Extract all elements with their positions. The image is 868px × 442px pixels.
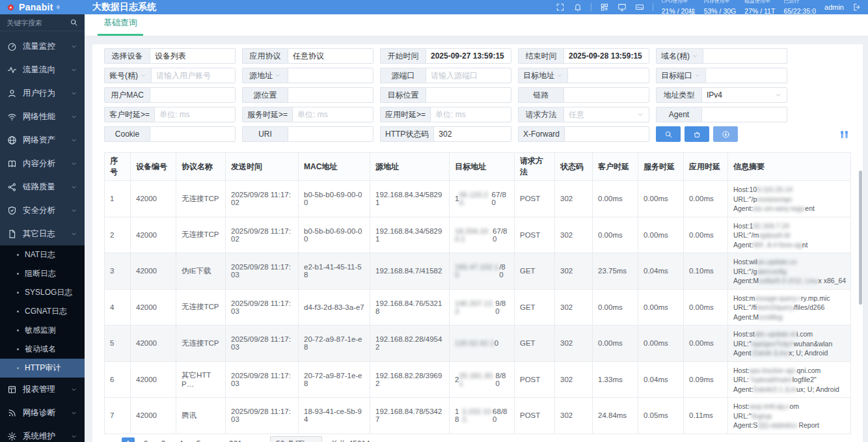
field-label-text: 服务时延>= [247,109,288,120]
cell-client_delay: 0.00ms [593,325,638,361]
field-input-request-method[interactable]: 任意 [563,107,649,122]
field-input-src-location[interactable] [288,87,373,103]
stat-disk: 磁盘使用率27% / 11T [744,0,775,14]
sidebar-item-traffic-flow[interactable]: 流量流向 [0,58,85,81]
fullscreen-button[interactable] [556,3,565,12]
sidebar-subitem-block-log[interactable]: 阻断日志 [0,264,85,283]
field-input-http-status[interactable]: 302 [433,126,511,142]
user-name[interactable]: admin [824,3,844,11]
field-input-src-port[interactable]: 请输入源端口 [426,68,511,83]
sidebar-subitem-sensitive-monitor[interactable]: 敏感监测 [0,321,85,340]
field-input-dst-addr[interactable] [567,68,649,83]
search-icon[interactable] [70,18,78,27]
sidebar-subitem-cgnat-log[interactable]: CGNAT日志 [0,302,85,321]
chevron-down-icon [70,66,77,74]
field-input-dst-port[interactable] [705,68,787,83]
sidebar-item-user-behavior[interactable]: 用户行为 [0,81,85,105]
table-scrollbar[interactable] [859,171,862,305]
cell-device: 42000 [131,253,176,289]
table-row[interactable]: 142000无连接TCP2025/09/28 11:17:02b0-5b-b0-… [105,181,850,217]
header-right: PingCPU使用率21% / 20核内存使用率53% / 30G磁盘使用率27… [556,0,868,14]
field-input-server-delay[interactable]: 单位: ms [292,107,373,122]
cell-status: 302 [555,398,593,434]
column-settings-button[interactable] [839,129,850,140]
download-button[interactable] [713,126,738,142]
page-size-select[interactable]: 50 条/页 [270,436,322,442]
cell-protocol: 伪IE下载 [176,253,226,289]
chevron-down-icon [70,184,77,191]
field-input-addr-type[interactable]: IPv4 [701,87,787,103]
field-input-account-exact[interactable]: 请输入用户账号 [151,68,236,83]
notifications-button[interactable] [573,3,582,12]
field-value: 单位: ms [435,109,466,120]
cell-summary: Host:192.169.7.24URL:"/msg/push.biAgent:… [728,217,850,253]
field-label: 账号(精) [104,68,151,83]
column-header: 服务时延 [638,153,684,180]
sidebar-item-network-assets[interactable]: 网络资产 [0,128,85,152]
table-row[interactable]: 242000无连接TCP2025/09/28 11:17:02b0-5b-b0-… [105,217,850,254]
subitem-label: CGNAT日志 [25,306,67,317]
clear-button[interactable] [685,126,709,142]
field-input-link[interactable] [563,87,649,103]
logout-button[interactable] [852,3,861,12]
field-input-app-delay[interactable]: 单位: ms [430,107,511,122]
sidebar-item-system-maintain[interactable]: 系统维护 [0,424,85,442]
field-input-app-protocol[interactable]: 任意协议 [288,48,373,64]
sidebar-item-network-diag[interactable]: 网络诊断 [0,401,85,424]
sidebar-subitem-http-audit[interactable]: HTTP审计 [0,359,85,378]
field-input-dst-location[interactable] [426,87,511,103]
sidebar-item-report-mgmt[interactable]: 报表管理 [0,378,85,401]
sidebar-search-input[interactable] [7,19,70,27]
ping-button[interactable]: Ping [635,3,644,12]
field-value: 请输入源端口 [431,70,478,81]
sidebar-item-security-analysis[interactable]: 安全分析 [0,199,85,222]
cell-seq: 7 [105,398,131,434]
sidebar-item-other-logs[interactable]: 其它日志 [0,222,85,245]
field-input-client-delay[interactable]: 单位: ms [154,107,236,122]
table-row[interactable]: 642000其它HTTP…2025/09/28 11:17:0320-72-a9… [105,362,850,398]
page-button[interactable]: 5 [192,437,205,442]
field-input-domain-exact[interactable] [703,48,787,64]
next-page-button[interactable] [249,437,262,442]
page-button[interactable]: 1 [122,437,135,442]
field-input-src-addr[interactable] [288,68,373,83]
stat-value: 27% / 11T [744,7,775,15]
field-input-user-mac[interactable] [150,87,236,103]
field-input-uri[interactable] [288,126,373,142]
page-button[interactable]: 3 [157,437,170,442]
field-input-x-forward[interactable] [564,126,649,142]
text-segment: 67/80 [493,227,509,243]
summary-line: URL:"/msg/push.bi [733,230,845,240]
page-button[interactable]: 901 [227,437,244,442]
apps-button[interactable] [600,3,609,12]
sidebar-subitem-passive-domain[interactable]: 被动域名 [0,340,85,359]
field-input-device[interactable]: 设备列表 [150,48,236,64]
field-input-agent[interactable] [701,107,787,122]
tab-basic-query[interactable]: 基础查询 [98,17,143,36]
page-button[interactable]: 2 [139,437,152,442]
sidebar-subitem-nat-log[interactable]: NAT日志 [0,245,85,264]
cell-mac: d4-f3-2d-83-3a-e7 [299,290,370,325]
field-input-end-time[interactable]: 2025-09-28 13:59:15 [563,48,649,64]
field-label: 选择设备 [104,48,150,64]
cell-src: 192.168.84.76/53218 [370,290,450,325]
table-row[interactable]: 442000无连接TCP2025/09/28 11:17:03d4-f3-2d-… [105,290,850,326]
page-button[interactable]: 4 [174,437,187,442]
field-label: 目标地址 [518,68,567,83]
field-label-text: 应用时延>= [385,109,426,120]
cell-device: 42000 [131,181,176,217]
table-row[interactable]: 542000无连接TCP2025/09/28 11:17:0320-72-a9-… [105,325,850,362]
sidebar-item-content-analysis[interactable]: 内容分析 [0,152,85,175]
search-button[interactable] [656,126,681,142]
sidebar-item-link-quality[interactable]: 链路质量 [0,175,85,199]
sidebar-item-traffic-monitor[interactable]: 流量监控 [0,35,85,58]
table-row[interactable]: 742000腾讯2025/09/28 11:17:0318-93-41-ce-5… [105,398,850,434]
field-input-cookie[interactable] [150,126,236,142]
sidebar-subitem-syslog-log[interactable]: SYSLOG日志 [0,283,85,302]
field-input-start-time[interactable]: 2025-09-27 13:59:15 [426,48,511,64]
field-value: IPv4 [707,90,722,100]
sidebar-item-network-perf[interactable]: 网络性能 [0,105,85,128]
table-row[interactable]: 342000伪IE下载2025/09/28 11:17:03e2-b1-41-4… [105,253,850,290]
monitor-button[interactable] [617,3,627,12]
prev-page-button[interactable] [104,437,117,442]
